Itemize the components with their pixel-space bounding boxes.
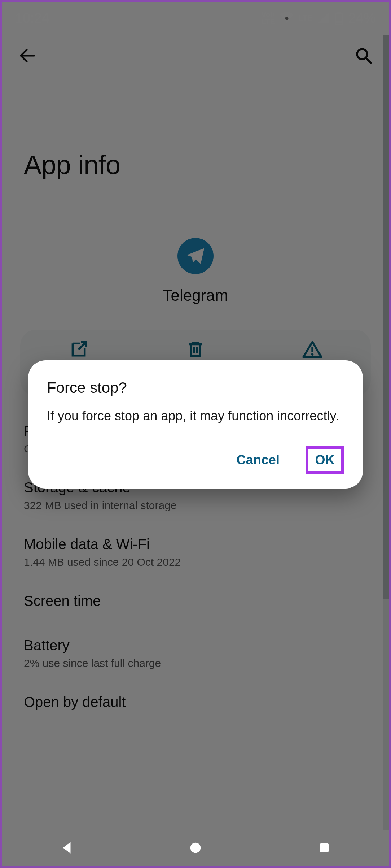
force-stop-dialog: Force stop? If you force stop an app, it…	[28, 360, 363, 489]
cancel-button[interactable]: Cancel	[229, 446, 288, 474]
nav-back-button[interactable]	[31, 840, 103, 855]
system-nav-bar	[2, 830, 389, 866]
nav-recent-icon	[318, 841, 331, 854]
dialog-message: If you force stop an app, it may functio…	[47, 407, 344, 425]
dialog-actions: Cancel OK	[47, 446, 344, 474]
nav-recent-button[interactable]	[288, 841, 360, 854]
svg-rect-9	[320, 843, 329, 852]
ok-button[interactable]: OK	[315, 452, 335, 468]
svg-point-8	[190, 843, 201, 853]
device-frame: 10:24 Vo )) LTE LTE 24%	[2, 2, 389, 866]
ok-highlight-box: OK	[306, 446, 344, 474]
nav-home-icon	[189, 841, 202, 855]
dialog-title: Force stop?	[47, 379, 344, 396]
nav-back-icon	[59, 840, 74, 855]
nav-home-button[interactable]	[159, 841, 232, 855]
